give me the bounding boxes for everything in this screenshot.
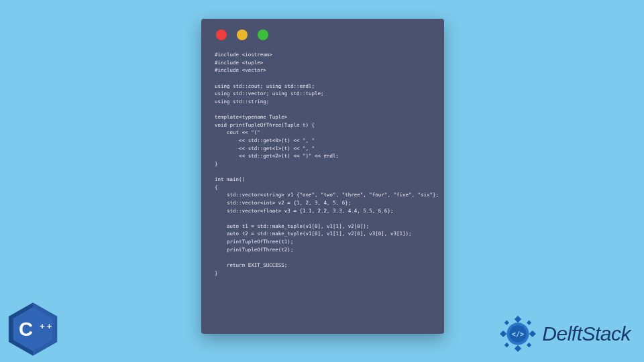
code-editor-window: #include <iostream> #include <tuple> #in… bbox=[201, 19, 444, 334]
delftstack-brand-text: DelftStack bbox=[542, 322, 631, 345]
svg-marker-8 bbox=[500, 330, 506, 337]
delftstack-badge-icon: </> bbox=[496, 312, 539, 355]
svg-marker-10 bbox=[504, 320, 509, 325]
delftstack-logo: </> DelftStack bbox=[496, 312, 631, 355]
svg-marker-7 bbox=[515, 345, 521, 352]
svg-marker-12 bbox=[504, 343, 509, 347]
svg-text:+: + bbox=[40, 321, 45, 331]
cpp-language-badge: C + + bbox=[4, 300, 62, 358]
svg-text:+: + bbox=[47, 321, 52, 331]
svg-text:</>: </> bbox=[512, 330, 525, 338]
window-controls bbox=[201, 19, 444, 40]
svg-marker-13 bbox=[527, 343, 531, 347]
code-content: #include <iostream> #include <tuple> #in… bbox=[201, 40, 444, 288]
minimize-dot-icon[interactable] bbox=[237, 29, 248, 40]
close-dot-icon[interactable] bbox=[216, 29, 227, 40]
svg-marker-11 bbox=[527, 320, 531, 325]
maximize-dot-icon[interactable] bbox=[258, 29, 268, 40]
svg-marker-6 bbox=[515, 316, 521, 322]
svg-marker-9 bbox=[529, 330, 536, 337]
svg-text:C: C bbox=[19, 318, 33, 340]
